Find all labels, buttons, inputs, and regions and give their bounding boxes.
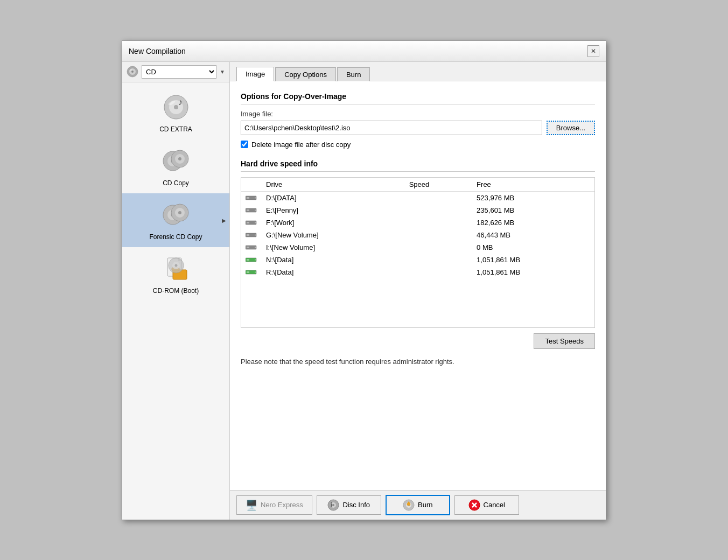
sidebar: CD DVD Blu-ray ▼ [122, 62, 230, 520]
svg-point-30 [255, 197, 256, 198]
svg-text:♪: ♪ [178, 97, 183, 107]
burn-label: Burn [418, 501, 432, 509]
disc-info-label: Disc Info [342, 501, 370, 509]
drive-icon [246, 232, 257, 237]
drive-table: Drive Speed Free D:\[DATA] 523,976 MB [241, 178, 594, 278]
nero-express-label: Nero Express [261, 501, 303, 509]
cd-type-dropdown[interactable]: CD DVD Blu-ray [142, 65, 216, 79]
table-row[interactable]: D:\[DATA] 523,976 MB [241, 191, 594, 204]
burn-button[interactable]: Burn [386, 495, 450, 515]
tab-burn[interactable]: Burn [337, 67, 370, 81]
svg-point-42 [255, 247, 256, 248]
table-row[interactable]: R:\[Data] 1,051,861 MB [241, 266, 594, 278]
drive-name: E:\[Penny] [262, 204, 405, 216]
drive-free: 46,443 MB [472, 229, 594, 241]
cancel-button[interactable]: Cancel [454, 495, 519, 515]
drive-free: 0 MB [472, 241, 594, 254]
drive-icon [246, 269, 257, 275]
drive-free: 1,051,861 MB [472, 266, 594, 278]
forensic-cd-copy-icon [161, 200, 191, 230]
drive-name: D:\[DATA] [262, 191, 405, 204]
svg-point-39 [255, 234, 256, 235]
main-window: New Compilation ✕ CD DVD Blu-ray ▼ [122, 40, 606, 520]
title-bar: New Compilation ✕ [122, 41, 606, 62]
forensic-cd-copy-label: Forensic CD Copy [149, 233, 202, 241]
drive-name: N:\[Data] [262, 254, 405, 266]
drive-table-wrapper[interactable]: Drive Speed Free D:\[DATA] 523,976 MB [241, 177, 595, 328]
table-row[interactable]: N:\[Data] 1,051,861 MB [241, 254, 594, 266]
cd-rom-boot-label: CD-ROM (Boot) [153, 287, 199, 295]
options-section-title: Options for Copy-Over-Image [241, 92, 595, 104]
tab-image[interactable]: Image [236, 67, 274, 81]
svg-point-36 [255, 222, 256, 223]
cancel-label: Cancel [484, 501, 505, 509]
drive-icon [246, 207, 257, 213]
col-drive: Drive [262, 178, 405, 192]
cd-copy-icon [161, 146, 191, 176]
svg-point-2 [131, 71, 134, 73]
drive-name: F:\[Work] [262, 216, 405, 229]
sidebar-items: ♪ CD EXTRA [122, 82, 229, 520]
svg-rect-41 [247, 247, 249, 248]
svg-point-48 [255, 271, 256, 272]
sidebar-item-cd-copy[interactable]: CD Copy [122, 139, 229, 193]
drive-free: 182,626 MB [472, 216, 594, 229]
drive-name: I:\[New Volume] [262, 241, 405, 254]
test-speeds-button[interactable]: Test Speeds [534, 333, 595, 349]
drive-free: 235,601 MB [472, 204, 594, 216]
drive-speed [405, 191, 472, 204]
delete-image-checkbox[interactable] [241, 141, 248, 148]
svg-rect-38 [247, 234, 249, 236]
delete-checkbox-row: Delete image file after disc copy [241, 141, 595, 149]
hdd-section-title: Hard drive speed info [241, 159, 595, 172]
tab-copy-options[interactable]: Copy Options [275, 67, 336, 81]
cd-extra-icon: ♪ [161, 92, 191, 122]
drive-icon [246, 257, 257, 262]
drive-speed [405, 229, 472, 241]
disc-info-button[interactable]: i Disc Info [317, 495, 381, 515]
drive-icon [246, 244, 257, 250]
image-file-label: Image file: [241, 110, 595, 118]
active-arrow-icon: ▶ [222, 217, 226, 223]
cancel-icon [468, 499, 480, 511]
cd-extra-label: CD EXTRA [159, 125, 192, 133]
tabs-bar: Image Copy Options Burn [230, 62, 606, 81]
browse-button[interactable]: Browse... [547, 121, 595, 135]
drive-speed [405, 241, 472, 254]
svg-point-20 [178, 211, 181, 214]
drive-speed [405, 266, 472, 278]
drive-icon [246, 195, 257, 200]
cd-disc-icon [127, 66, 138, 78]
close-button[interactable]: ✕ [587, 45, 599, 57]
svg-rect-35 [247, 222, 249, 223]
drive-name: G:\[New Volume] [262, 229, 405, 241]
drive-free: 1,051,861 MB [472, 254, 594, 266]
sidebar-item-cd-extra[interactable]: ♪ CD EXTRA [122, 86, 229, 139]
drive-speed [405, 204, 472, 216]
bottom-bar: 🖥️ Nero Express i Disc Info [230, 490, 606, 520]
col-free: Free [472, 178, 594, 192]
drive-free: 523,976 MB [472, 191, 594, 204]
col-speed: Speed [405, 178, 472, 192]
table-row[interactable]: I:\[New Volume] 0 MB [241, 241, 594, 254]
image-file-input[interactable] [241, 121, 542, 135]
nero-express-button[interactable]: 🖥️ Nero Express [236, 495, 312, 515]
note-text: Please note that the speed test function… [241, 358, 595, 366]
table-row[interactable]: E:\[Penny] 235,601 MB [241, 204, 594, 216]
panel-content: Options for Copy-Over-Image Image file: … [230, 81, 606, 490]
svg-point-33 [255, 209, 256, 211]
sidebar-header: CD DVD Blu-ray ▼ [122, 62, 229, 82]
nero-express-icon: 🖥️ [246, 499, 257, 511]
svg-point-6 [174, 105, 178, 109]
sidebar-item-forensic-cd-copy[interactable]: ▶ Forensic CD Copy [122, 193, 229, 247]
dropdown-arrow-icon: ▼ [220, 69, 225, 75]
svg-point-45 [255, 259, 256, 260]
main-panel: Image Copy Options Burn Options for Copy… [230, 62, 606, 520]
sidebar-item-cd-rom-boot[interactable]: CD-ROM (Boot) [122, 247, 229, 301]
table-row[interactable]: G:\[New Volume] 46,443 MB [241, 229, 594, 241]
svg-rect-32 [247, 209, 249, 211]
image-file-row: Browse... [241, 121, 595, 135]
burn-icon [403, 499, 415, 511]
svg-point-51 [332, 504, 334, 506]
table-row[interactable]: F:\[Work] 182,626 MB [241, 216, 594, 229]
